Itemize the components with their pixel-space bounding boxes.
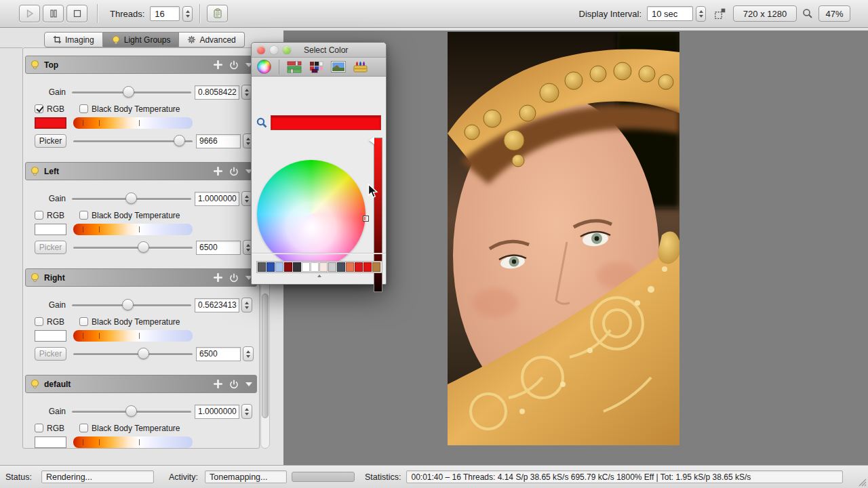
- palette-swatch[interactable]: [355, 262, 363, 272]
- stop-button[interactable]: [66, 5, 87, 22]
- light-color-swatch[interactable]: [35, 224, 66, 235]
- activity-progress-bar: [292, 472, 355, 482]
- resolution-button[interactable]: 488 x 868: [733, 5, 797, 22]
- magnifier-icon[interactable]: [256, 117, 267, 128]
- light-color-swatch[interactable]: [35, 330, 66, 342]
- power-toggle-icon[interactable]: [229, 167, 239, 176]
- rgb-label: RGB: [47, 104, 64, 114]
- gain-field[interactable]: 1.0000000: [195, 405, 239, 419]
- light-color-swatch[interactable]: [35, 436, 66, 448]
- gain-stepper[interactable]: [241, 404, 252, 419]
- close-button[interactable]: [257, 46, 265, 54]
- brightness-slider-handle[interactable]: [369, 136, 374, 144]
- add-light-group-icon[interactable]: [214, 167, 222, 176]
- dialog-titlebar[interactable]: Select Color: [252, 43, 386, 58]
- color-sliders-mode-icon[interactable]: [287, 61, 302, 73]
- image-palettes-mode-icon[interactable]: [331, 61, 346, 73]
- color-wheel-marker[interactable]: [363, 216, 368, 221]
- display-interval-input[interactable]: 10 sec: [647, 6, 693, 21]
- power-toggle-icon[interactable]: [229, 273, 239, 283]
- threads-input[interactable]: 16: [150, 6, 180, 21]
- gain-field[interactable]: 0.5623413: [195, 298, 239, 312]
- black-body-checkbox[interactable]: [79, 317, 88, 326]
- collapse-chevron-icon[interactable]: [245, 382, 252, 386]
- copy-button[interactable]: [207, 5, 228, 22]
- temperature-slider[interactable]: [73, 348, 193, 360]
- power-toggle-icon[interactable]: [229, 380, 239, 389]
- rgb-checkbox[interactable]: [35, 104, 43, 113]
- palette-swatch[interactable]: [337, 262, 345, 272]
- light-group-header[interactable]: Left: [25, 162, 257, 180]
- temperature-field[interactable]: 6500: [196, 241, 241, 255]
- palette-swatch[interactable]: [275, 262, 283, 272]
- color-wheel[interactable]: [257, 160, 366, 268]
- temperature-field[interactable]: 6500: [196, 347, 241, 361]
- black-body-checkbox[interactable]: [79, 211, 88, 220]
- tab-light-groups[interactable]: Light Groups: [103, 32, 180, 47]
- light-group-header[interactable]: default: [25, 375, 257, 393]
- palette-swatch[interactable]: [302, 262, 310, 272]
- gain-slider-thumb[interactable]: [125, 405, 137, 417]
- add-light-group-icon[interactable]: [214, 273, 222, 282]
- palette-swatch[interactable]: [284, 262, 292, 272]
- color-palettes-mode-icon[interactable]: [309, 61, 323, 73]
- temperature-slider-thumb[interactable]: [174, 135, 185, 146]
- palette-swatch[interactable]: [267, 262, 275, 272]
- palette-swatch[interactable]: [363, 262, 372, 272]
- rgb-checkbox[interactable]: [35, 317, 43, 326]
- palette-swatch[interactable]: [372, 262, 380, 272]
- gain-slider-thumb[interactable]: [122, 299, 134, 310]
- add-light-group-icon[interactable]: [214, 380, 222, 388]
- resize-grip[interactable]: [856, 476, 867, 487]
- light-group-header[interactable]: Top: [25, 56, 257, 74]
- add-light-group-icon[interactable]: [214, 60, 222, 69]
- light-color-swatch[interactable]: [35, 117, 66, 129]
- threads-stepper[interactable]: [182, 6, 193, 22]
- gain-field[interactable]: 0.8058422: [195, 85, 239, 100]
- zoom-window-button[interactable]: [283, 46, 291, 54]
- temperature-slider-thumb[interactable]: [138, 348, 149, 359]
- gain-slider[interactable]: [72, 192, 191, 205]
- temperature-slider-thumb[interactable]: [138, 241, 149, 253]
- gain-slider-thumb[interactable]: [123, 86, 134, 98]
- zoom-icon[interactable]: [802, 8, 813, 19]
- palette-swatch[interactable]: [328, 262, 336, 272]
- pencils-mode-icon[interactable]: [353, 61, 368, 73]
- black-body-checkbox[interactable]: [79, 424, 88, 432]
- gain-stepper[interactable]: [241, 298, 252, 312]
- rgb-checkbox[interactable]: [35, 424, 43, 432]
- picker-button[interactable]: Picker: [35, 134, 66, 148]
- pause-button[interactable]: [43, 5, 64, 22]
- scrollbar-thumb[interactable]: [262, 293, 269, 418]
- color-wheel-mode-icon[interactable]: [257, 60, 271, 74]
- black-body-checkbox[interactable]: [79, 104, 88, 113]
- light-group-header[interactable]: Right: [25, 268, 257, 287]
- picker-button[interactable]: Picker: [35, 241, 66, 254]
- zoom-percent-button[interactable]: 47%: [818, 5, 850, 22]
- palette-swatch[interactable]: [346, 262, 354, 272]
- palette-swatch[interactable]: [311, 262, 319, 272]
- gain-slider[interactable]: [72, 405, 191, 418]
- rgb-checkbox[interactable]: [35, 211, 43, 220]
- palette-swatch[interactable]: [258, 262, 266, 272]
- power-toggle-icon[interactable]: [229, 60, 239, 70]
- gain-slider[interactable]: [72, 299, 191, 311]
- display-interval-stepper[interactable]: [696, 6, 706, 22]
- swatch-drawer-handle[interactable]: [317, 274, 321, 277]
- palette-swatch[interactable]: [293, 262, 301, 272]
- app-window: Threads: 16 Display Interval: 10 sec 720…: [0, 0, 868, 488]
- gain-slider-thumb[interactable]: [125, 192, 137, 204]
- tab-imaging[interactable]: Imaging: [44, 32, 103, 47]
- play-button[interactable]: [19, 5, 40, 22]
- palette-swatch[interactable]: [319, 262, 328, 272]
- temperature-slider[interactable]: [73, 135, 193, 147]
- temperature-stepper[interactable]: [243, 346, 254, 361]
- tab-advanced[interactable]: Advanced: [179, 32, 244, 47]
- temperature-field[interactable]: 9666: [196, 134, 241, 148]
- temperature-slider[interactable]: [73, 241, 193, 253]
- minimize-button[interactable]: [270, 46, 278, 54]
- gain-field[interactable]: 1.0000000: [195, 192, 239, 206]
- gain-slider[interactable]: [72, 86, 191, 98]
- fit-view-icon[interactable]: [714, 7, 726, 20]
- picker-button[interactable]: Picker: [35, 347, 66, 361]
